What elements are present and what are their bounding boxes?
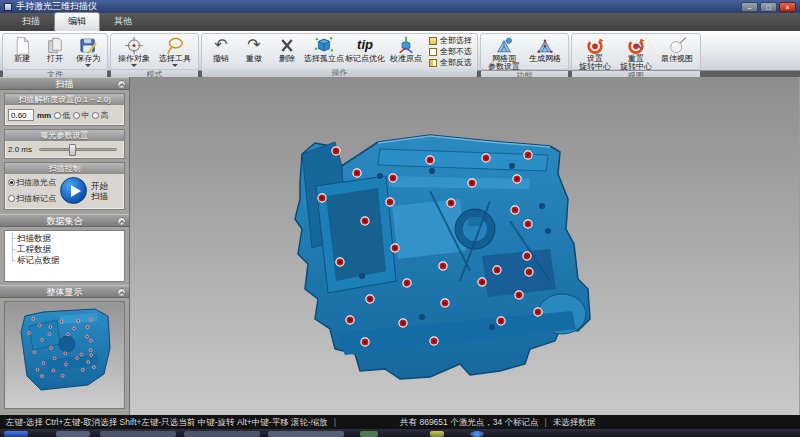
resolution-unit-label: mm	[37, 111, 51, 120]
start-scan-button[interactable]	[60, 177, 87, 204]
maximize-button[interactable]: □	[760, 2, 777, 12]
save-as-button[interactable]: 保存为	[72, 35, 104, 70]
ribbon-group-operation: ↶ 撤销 ↷ 重做 删除 选择孤立点 tip 标记点优化	[201, 33, 478, 70]
best-view-button[interactable]: 最佳视图	[657, 35, 697, 63]
ribbon-group-mode: 操作对象 选择工具 模式	[110, 33, 199, 70]
tree-item-scan-data[interactable]: 扫描数据	[9, 233, 124, 244]
exposure-group: 曝光参数设置 2.0 ms	[4, 129, 125, 159]
mesh-params-button[interactable]: 网格面 参数设置	[484, 35, 524, 71]
ribbon-tab-row: 扫描 编辑 其他	[0, 13, 800, 31]
tab-scan[interactable]: 扫描	[8, 13, 54, 31]
sidebar: 扫描 扫描解析度设置(0.1 ~ 2.0) mm 低 中 高 曝光参数设置 2.…	[0, 77, 130, 415]
tree-item-project-data[interactable]: 工程数据	[9, 244, 124, 255]
new-button[interactable]: 新建	[6, 35, 38, 63]
window-title: 手持激光三维扫描仪	[16, 2, 741, 11]
data-tree: 扫描数据 工程数据 标记点数据	[4, 230, 125, 282]
select-all-item[interactable]: 全部选择	[429, 36, 472, 45]
open-file-icon	[44, 36, 66, 55]
start-button[interactable]	[4, 431, 28, 437]
undo-button[interactable]: ↶ 撤销	[205, 35, 237, 63]
taskbar-item[interactable]	[100, 431, 176, 437]
mesh-settings-icon	[493, 36, 515, 55]
close-button[interactable]: ×	[779, 2, 796, 12]
radio-low[interactable]: 低	[54, 110, 70, 121]
radio-scan-marker[interactable]: 扫描标记点	[8, 193, 56, 204]
minimize-button[interactable]: –	[741, 2, 758, 12]
resolution-input[interactable]	[8, 109, 34, 121]
set-rotation-center-button[interactable]: 设置 旋转中心	[575, 35, 615, 71]
select-none-item[interactable]: 全部不选	[429, 47, 472, 56]
status-bar: 左键-选择 Ctrl+左键-取消选择 Shift+左键-只选当前 中键-旋转 A…	[0, 415, 800, 429]
model-thumbnail[interactable]	[4, 301, 125, 409]
delete-button[interactable]: 删除	[271, 35, 303, 63]
title-bar: 手持激光三维扫描仪 – □ ×	[0, 0, 800, 13]
radio-medium[interactable]: 中	[73, 110, 89, 121]
taskbar-item[interactable]	[56, 431, 90, 437]
ribbon-group-view: 设置 旋转中心 重置 旋转中心 最佳视图 视图	[571, 33, 701, 70]
status-counts: 共有 869651 个激光点，34 个标记点	[400, 415, 538, 429]
calibrate-origin-button[interactable]: 校准原点	[386, 35, 426, 63]
model-mesh[interactable]	[295, 135, 590, 379]
scan-control-group: 扫描控制 扫描激光点 扫描标记点 开始 扫描	[4, 162, 125, 210]
redo-icon: ↷	[247, 36, 260, 55]
ribbon-group-file: 新建 打开 保存为 文件	[2, 33, 108, 70]
app-icon	[4, 3, 12, 11]
tree-item-marker-data[interactable]: 标记点数据	[9, 255, 124, 266]
radio-scan-laser[interactable]: 扫描激光点	[8, 177, 56, 188]
scan-panel-header: 扫描	[0, 77, 129, 90]
select-all-icon	[429, 37, 437, 45]
set-rotation-center-icon	[584, 36, 606, 55]
tab-other[interactable]: 其他	[100, 13, 146, 31]
taskbar-item[interactable]	[470, 431, 484, 437]
redo-button[interactable]: ↷ 重做	[238, 35, 270, 63]
delete-x-icon	[276, 36, 298, 55]
select-invert-icon	[429, 59, 437, 67]
select-none-icon	[429, 48, 437, 56]
os-taskbar[interactable]	[0, 429, 800, 437]
model-left-panel-inner	[326, 188, 386, 281]
collapse-icon[interactable]	[117, 80, 126, 89]
save-icon	[77, 36, 99, 55]
taskbar-item[interactable]	[430, 431, 444, 437]
reset-rotation-center-icon	[625, 36, 647, 55]
select-invert-item[interactable]: 全部反选	[429, 58, 472, 67]
cube-points-icon	[313, 36, 335, 55]
select-tool-button[interactable]: 选择工具	[155, 35, 195, 70]
undo-icon: ↶	[214, 36, 227, 55]
reset-rotation-center-button[interactable]: 重置 旋转中心	[616, 35, 656, 71]
radio-high[interactable]: 高	[92, 110, 108, 121]
viewport-canvas	[130, 77, 799, 415]
marker-optimize-button[interactable]: tip 标记点优化	[345, 35, 385, 63]
open-button[interactable]: 打开	[39, 35, 71, 63]
start-scan-label: 开始 扫描	[91, 181, 111, 201]
collapse-icon[interactable]	[117, 217, 126, 226]
thumbnail-canvas	[5, 302, 125, 408]
3d-viewport[interactable]	[130, 77, 800, 415]
origin-axes-cube-icon	[395, 36, 417, 55]
data-panel-header: 数据集合	[0, 214, 129, 227]
display-panel-header: 整体显示	[0, 285, 129, 298]
status-selection: 未选择数据	[553, 415, 596, 429]
new-document-icon	[11, 36, 33, 55]
selection-stack: 全部选择 全部不选 全部反选	[427, 35, 474, 68]
generate-mesh-icon	[534, 36, 556, 55]
slider-thumb[interactable]	[69, 144, 76, 156]
taskbar-item[interactable]	[184, 431, 260, 437]
resolution-group-title: 扫描解析度设置(0.1 ~ 2.0)	[5, 94, 124, 105]
model-boss-cap	[468, 217, 482, 226]
taskbar-item[interactable]	[360, 431, 378, 437]
taskbar-item[interactable]	[268, 431, 344, 437]
generate-mesh-button[interactable]: 生成网格	[525, 35, 565, 63]
select-isolated-points-button[interactable]: 选择孤立点	[304, 35, 344, 63]
ribbon: 新建 打开 保存为 文件 操作对象	[0, 31, 800, 71]
tab-edit[interactable]: 编辑	[54, 12, 100, 31]
collapse-icon[interactable]	[117, 288, 126, 297]
crosshair-icon	[123, 36, 145, 55]
main-area: 扫描 扫描解析度设置(0.1 ~ 2.0) mm 低 中 高 曝光参数设置 2.…	[0, 71, 800, 415]
exposure-value: 2.0 ms	[8, 145, 36, 154]
exposure-group-title: 曝光参数设置	[5, 130, 124, 141]
exposure-slider[interactable]	[39, 148, 117, 151]
thumbnail-model	[21, 309, 110, 390]
scan-control-title: 扫描控制	[5, 163, 124, 174]
operate-object-button[interactable]: 操作对象	[114, 35, 154, 70]
